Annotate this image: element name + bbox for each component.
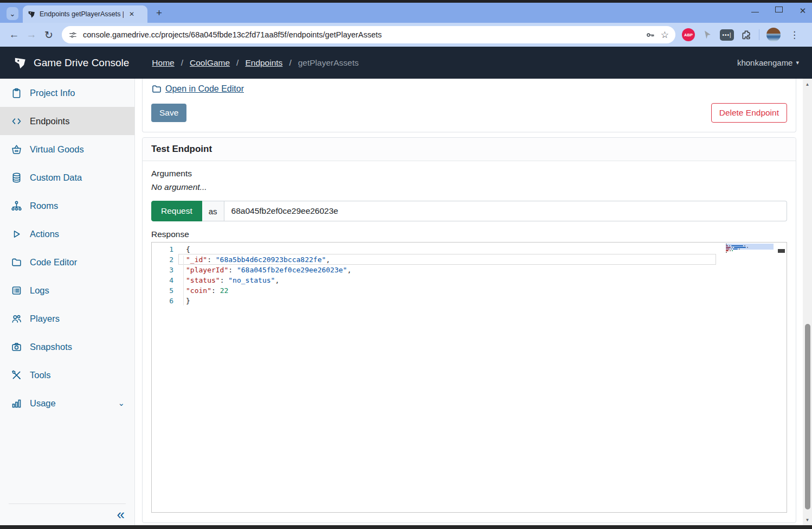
bookmark-star-icon[interactable]: ☆ xyxy=(661,29,669,41)
extensions-puzzle-icon[interactable] xyxy=(741,29,752,40)
breadcrumb-separator: / xyxy=(236,58,239,68)
sidebar-item-label: Usage xyxy=(30,398,56,409)
test-endpoint-title: Test Endpoint xyxy=(143,138,796,161)
folder-icon xyxy=(151,84,162,94)
sidebar-item-tools[interactable]: Tools xyxy=(0,361,134,389)
people-icon xyxy=(11,313,22,324)
sidebar-item-actions[interactable]: Actions xyxy=(0,220,134,248)
sidebar-item-label: Endpoints xyxy=(30,116,69,126)
url-text[interactable]: console.gamedrive.cc/projects/68a045fbde… xyxy=(83,30,640,39)
sidebar-item-custom-data[interactable]: Custom Data xyxy=(0,163,134,192)
test-endpoint-card: Test Endpoint Arguments No argument... R… xyxy=(142,137,796,523)
sidebar-item-code-editor[interactable]: Code Editor xyxy=(0,248,134,276)
response-code-editor[interactable]: 1{2"_id": "68a5bb4d6c20923bcca822fe",3"p… xyxy=(151,242,787,513)
sidebar-item-virtual-goods[interactable]: Virtual Goods xyxy=(0,135,134,163)
user-name: khonkaengame xyxy=(737,58,793,67)
favicon-icon xyxy=(27,10,36,18)
sidebar-item-usage[interactable]: Usage ⌄ xyxy=(0,389,134,417)
scroll-up-icon[interactable]: ▲ xyxy=(803,80,812,88)
new-tab-button[interactable]: + xyxy=(156,7,162,19)
sidebar-item-label: Logs xyxy=(30,285,49,296)
minimap-slider[interactable] xyxy=(726,244,774,250)
editor-minimap[interactable] xyxy=(726,244,774,253)
delete-endpoint-button[interactable]: Delete Endpoint xyxy=(711,103,787,123)
sidebar-item-endpoints[interactable]: Endpoints xyxy=(0,107,134,135)
sidebar-item-rooms[interactable]: Rooms xyxy=(0,192,134,220)
reload-button[interactable]: ↻ xyxy=(40,26,57,43)
tools-icon xyxy=(11,369,22,381)
save-button[interactable]: Save xyxy=(151,104,186,122)
arrow-extension-icon[interactable] xyxy=(702,29,713,40)
browser-tab[interactable]: Endpoints getPlayerAssets | Game Drive ✕ xyxy=(23,5,147,23)
window-bottom-edge xyxy=(0,525,812,529)
caret-down-icon: ▾ xyxy=(796,59,799,66)
code-line: 3"playerId": "68a045fb2ef0ce29ee26023e", xyxy=(152,265,787,275)
browser-tabstrip: ⌄ Endpoints getPlayerAssets | Game Drive… xyxy=(0,3,812,23)
player-id-input[interactable] xyxy=(224,201,787,221)
sidebar-item-label: Players xyxy=(30,314,60,324)
code-line: 5"coin": 22 xyxy=(152,285,787,296)
bar-chart-icon xyxy=(11,398,22,409)
browser-menu-icon[interactable]: ⋮ xyxy=(790,29,799,41)
breadcrumb-separator: / xyxy=(289,58,291,68)
tab-close-icon[interactable]: ✕ xyxy=(127,10,136,18)
sidebar-item-label: Virtual Goods xyxy=(30,144,84,155)
sidebar-divider xyxy=(9,503,126,504)
chevron-down-icon: ⌄ xyxy=(10,10,16,18)
password-key-icon[interactable] xyxy=(645,30,655,40)
profile-avatar[interactable] xyxy=(766,28,781,42)
dots-extension-icon[interactable]: •••| xyxy=(720,29,734,41)
sidebar-item-project-info[interactable]: Project Info xyxy=(0,79,134,107)
brand-label: Game Drive Console xyxy=(34,57,129,69)
adblock-extension-icon[interactable]: ABP xyxy=(682,28,695,41)
sidebar-item-logs[interactable]: Logs xyxy=(0,276,134,304)
list-icon xyxy=(11,285,22,296)
sidebar-item-snapshots[interactable]: Snapshots xyxy=(0,333,134,361)
brand-logo-icon xyxy=(13,56,27,70)
tab-title: Endpoints getPlayerAssets | Game Drive xyxy=(40,10,124,18)
sidebar-item-label: Rooms xyxy=(30,201,58,211)
arguments-label: Arguments xyxy=(151,169,787,179)
code-icon xyxy=(11,116,22,127)
chevron-down-icon: ⌄ xyxy=(118,398,125,408)
sidebar: Project Info Endpoints Virtual Goods Cus… xyxy=(0,79,135,525)
editor-scrollbar-thumb[interactable] xyxy=(778,249,785,253)
sidebar-collapse-icon[interactable]: « xyxy=(117,507,125,521)
maximize-button[interactable] xyxy=(775,6,783,16)
sidebar-item-label: Snapshots xyxy=(30,342,72,352)
site-settings-icon[interactable] xyxy=(68,30,78,40)
page-scrollbar[interactable]: ▲ ▼ xyxy=(803,79,812,525)
sidebar-item-label: Project Info xyxy=(30,88,75,98)
sidebar-item-label: Tools xyxy=(30,370,51,380)
folder-icon xyxy=(11,257,22,268)
back-button[interactable]: ← xyxy=(5,26,23,43)
brand[interactable]: Game Drive Console xyxy=(13,56,129,70)
code-line: 2"_id": "68a5bb4d6c20923bcca822fe", xyxy=(152,254,787,265)
response-label: Response xyxy=(151,230,787,239)
toolbar-separator xyxy=(759,29,759,40)
user-menu[interactable]: khonkaengame ▾ xyxy=(737,58,799,67)
code-line: 1{ xyxy=(152,244,787,254)
scroll-down-icon[interactable]: ▼ xyxy=(803,515,812,524)
breadcrumb: Home / CoolGame / Endpoints / getPlayerA… xyxy=(152,58,358,68)
code-lines: 1{2"_id": "68a5bb4d6c20923bcca822fe",3"p… xyxy=(152,243,787,306)
scrollbar-thumb[interactable] xyxy=(805,324,810,509)
sitemap-icon xyxy=(11,200,22,212)
address-bar[interactable]: console.gamedrive.cc/projects/68a045fbde… xyxy=(62,26,675,43)
open-in-code-editor-link[interactable]: Open in Code Editor xyxy=(151,84,244,94)
app-header: Game Drive Console Home / CoolGame / End… xyxy=(0,47,812,79)
breadcrumb-home[interactable]: Home xyxy=(152,58,174,68)
breadcrumb-endpoints[interactable]: Endpoints xyxy=(245,58,282,68)
tab-search-button[interactable]: ⌄ xyxy=(7,7,18,20)
sidebar-item-label: Actions xyxy=(30,229,59,239)
sidebar-item-players[interactable]: Players xyxy=(0,304,134,333)
request-button[interactable]: Request xyxy=(151,201,202,221)
forward-button[interactable]: → xyxy=(23,26,40,43)
browser-toolbar: ← → ↻ console.gamedrive.cc/projects/68a0… xyxy=(0,23,812,47)
breadcrumb-coolgame[interactable]: CoolGame xyxy=(190,58,230,68)
window-controls: ✕ xyxy=(751,6,807,16)
code-line: 6} xyxy=(152,296,787,306)
close-button[interactable]: ✕ xyxy=(799,6,807,16)
minimize-button[interactable] xyxy=(751,6,759,16)
breadcrumb-current: getPlayerAssets xyxy=(298,58,359,68)
